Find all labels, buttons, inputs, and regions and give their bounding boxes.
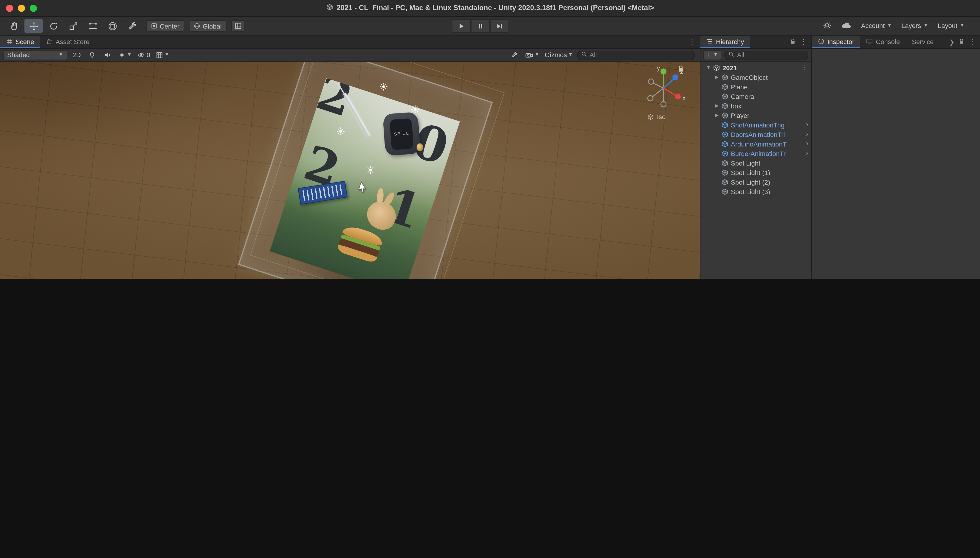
scene-visibility-toggle[interactable]: 0 [136, 50, 152, 60]
hierarchy-item[interactable]: ▶box [700, 101, 811, 111]
tab-overflow-chevron-icon[interactable]: ❯ [949, 39, 954, 45]
hierarchy-item-label: Spot Light [731, 159, 760, 167]
scene-search-input[interactable]: All [577, 50, 695, 60]
chevron-down-icon: ▼ [535, 53, 539, 58]
expand-arrow-icon[interactable]: ▶ [713, 113, 720, 118]
scene-camera-dropdown[interactable]: ▼ [524, 50, 541, 60]
hierarchy-item[interactable]: Spot Light (1) [700, 168, 811, 177]
play-button[interactable] [452, 19, 471, 33]
hand-tool-button[interactable] [5, 19, 23, 33]
scene-tabbar: Scene Asset Store ⋮ [0, 36, 700, 49]
hierarchy-pane-menu-icon[interactable]: ⋮ [800, 38, 807, 46]
prefab-open-chevron-icon[interactable]: › [806, 121, 810, 129]
gameobject-cube-icon [720, 159, 729, 167]
shading-mode-label: Shaded [7, 51, 30, 59]
tab-inspector[interactable]: Inspector [812, 36, 860, 48]
hierarchy-item-label: ArduinoAnimationT [731, 141, 787, 148]
hierarchy-item[interactable]: ShotAnimationTrig› [700, 120, 811, 130]
macos-titlebar: 2021 - CL_Final - PC, Mac & Linux Standa… [0, 0, 980, 17]
scene-grid-dropdown[interactable]: ▼ [155, 50, 170, 60]
point-light-gizmo-icon[interactable] [411, 105, 419, 113]
tab-scene[interactable]: Scene [0, 36, 40, 48]
tab-asset-store[interactable]: Asset Store [40, 36, 96, 48]
scene-pane: Scene Asset Store ⋮ Shaded▼ 2D ▼ 0 ▼ ▼ G… [0, 36, 700, 279]
point-light-gizmo-icon[interactable] [380, 83, 387, 90]
scene-audio-toggle[interactable] [101, 50, 114, 60]
tab-inspector-label: Inspector [827, 38, 855, 46]
tab-services[interactable]: Service [906, 36, 939, 48]
hierarchy-item[interactable]: ArduinoAnimationT› [700, 140, 811, 149]
lock-icon[interactable] [959, 38, 965, 46]
handle-rotation-button[interactable]: Global [189, 20, 227, 31]
pause-button[interactable] [471, 19, 490, 33]
transform-tool-button[interactable] [103, 19, 122, 33]
inspector-pane-menu-icon[interactable]: ⋮ [968, 38, 976, 46]
layers-dropdown[interactable]: Layers▼ [901, 22, 928, 30]
2d-mode-toggle[interactable]: 2D [70, 50, 83, 60]
layout-dropdown[interactable]: Layout▼ [938, 22, 965, 30]
tab-console[interactable]: Console [860, 36, 906, 48]
gameobject-cube-icon [720, 169, 729, 176]
rotate-tool-button[interactable] [44, 19, 63, 33]
expand-arrow-icon[interactable]: ▶ [713, 103, 720, 109]
close-window-button[interactable] [6, 5, 13, 12]
hierarchy-item[interactable]: Plane [700, 82, 811, 92]
rect-tool-button[interactable] [84, 19, 102, 33]
main-toolbar: Center Global Account▼ Layers▼ Layout▼ [0, 17, 980, 36]
inspector-tabbar: Inspector Console Service ❯ ⋮ [812, 36, 980, 49]
zoom-window-button[interactable] [30, 5, 37, 12]
prefab-open-chevron-icon[interactable]: › [806, 140, 810, 148]
hierarchy-item[interactable]: BurgerAnimationTr› [700, 149, 811, 158]
hierarchy-tree[interactable]: ▼ 2021 ⋮ ▶GameObjectPlaneCamera▶box▶Play… [700, 62, 811, 197]
scale-tool-button[interactable] [64, 19, 82, 33]
hierarchy-search-input[interactable]: All [725, 50, 808, 60]
minimize-window-button[interactable] [18, 5, 25, 12]
hierarchy-item[interactable]: ▶Player [700, 111, 811, 120]
tool-settings-icon[interactable] [509, 50, 521, 60]
point-light-gizmo-icon[interactable] [337, 128, 344, 135]
cloud-collab-icon[interactable] [842, 21, 852, 31]
hierarchy-item[interactable]: Spot Light (2) [700, 177, 811, 187]
account-dropdown[interactable]: Account▼ [861, 22, 892, 30]
shading-mode-dropdown[interactable]: Shaded▼ [3, 50, 68, 60]
expand-arrow-icon[interactable]: ▼ [705, 65, 712, 71]
chevron-down-icon: ▼ [713, 53, 718, 58]
scene-pane-menu-icon[interactable]: ⋮ [688, 38, 696, 46]
chevron-down-icon: ▼ [568, 53, 573, 58]
search-icon [581, 51, 587, 59]
scene-viewport[interactable]: 2 0 2 1 SE UL [0, 62, 700, 279]
custom-tool-button[interactable] [123, 19, 141, 33]
lock-icon[interactable] [677, 65, 684, 74]
lock-icon[interactable] [790, 38, 796, 46]
move-tool-button[interactable] [25, 19, 43, 33]
axis-x-label: x [682, 95, 685, 101]
step-button[interactable] [490, 19, 509, 33]
tab-hierarchy[interactable]: Hierarchy [700, 36, 750, 48]
expand-arrow-icon[interactable]: ▶ [713, 75, 720, 80]
tab-services-label: Service [912, 38, 934, 46]
scene-effects-dropdown[interactable]: ▼ [117, 50, 133, 60]
prefab-cube-icon [720, 141, 729, 148]
hierarchy-item[interactable]: Spot Light (3) [700, 187, 811, 197]
hierarchy-scene-root[interactable]: ▼ 2021 ⋮ [700, 63, 811, 73]
smartwatch-face: SE UL [390, 118, 414, 150]
create-object-button[interactable]: +▼ [703, 50, 721, 60]
grid-snapping-button[interactable] [231, 20, 245, 31]
preview-activity-icon[interactable] [823, 21, 832, 31]
scene-root-menu-icon[interactable]: ⋮ [800, 64, 810, 72]
point-light-gizmo-icon[interactable] [367, 166, 374, 174]
unity-logo-icon [326, 3, 333, 13]
hierarchy-item-label: Camera [731, 93, 754, 100]
pivot-mode-button[interactable]: Center [146, 20, 184, 31]
tab-console-label: Console [876, 38, 900, 46]
hierarchy-item[interactable]: ▶GameObject [700, 73, 811, 82]
projection-mode[interactable]: Iso [647, 113, 665, 120]
hierarchy-item[interactable]: Camera [700, 92, 811, 101]
prefab-open-chevron-icon[interactable]: › [806, 150, 810, 158]
scene-gizmos-dropdown[interactable]: Gizmos▼ [544, 50, 574, 60]
hierarchy-item[interactable]: Spot Light [700, 158, 811, 168]
scene-lighting-toggle[interactable] [86, 50, 98, 60]
hierarchy-item[interactable]: DoorsAnimationTri› [700, 130, 811, 140]
prefab-open-chevron-icon[interactable]: › [806, 131, 810, 138]
scene-toolbar: Shaded▼ 2D ▼ 0 ▼ ▼ Gizmos▼ All [0, 49, 700, 62]
